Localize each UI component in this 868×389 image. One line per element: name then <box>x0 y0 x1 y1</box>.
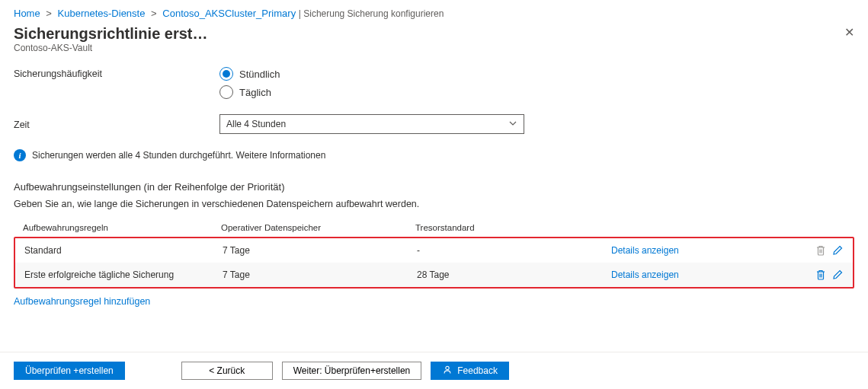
retention-rule-operational: 7 Tage <box>223 269 417 280</box>
page-title: Sicherungsrichtlinie erstellen <box>14 25 212 43</box>
retention-header-vault: Tresorstandard <box>415 223 610 232</box>
details-link[interactable]: Details anzeigen <box>611 245 679 256</box>
frequency-daily-label: Täglich <box>239 87 271 98</box>
page-subtitle: Contoso-AKS-Vault <box>0 43 868 67</box>
info-icon: i <box>14 149 26 161</box>
breadcrumb-home[interactable]: Home <box>14 8 40 19</box>
back-button[interactable]: < Zurück <box>181 362 273 380</box>
frequency-hourly-radio[interactable]: Stündlich <box>219 67 280 81</box>
retention-header-operational: Operativer Datenspeicher <box>221 223 415 232</box>
edit-icon[interactable] <box>831 244 844 257</box>
chevron-right-icon: > <box>46 8 52 19</box>
time-label: Zeit <box>14 118 219 130</box>
feedback-label: Feedback <box>457 365 498 376</box>
retention-rule-vault: - <box>417 245 611 256</box>
chevron-right-icon: > <box>151 8 157 19</box>
trash-icon[interactable] <box>815 244 827 257</box>
edit-icon[interactable] <box>831 269 844 281</box>
breadcrumb-cluster[interactable]: Contoso_AKSCluster_Primary <box>162 8 296 19</box>
time-select[interactable]: Alle 4 Stunden <box>219 114 524 134</box>
breadcrumb-k8s-services[interactable]: Kubernetes-Dienste <box>58 8 146 19</box>
breadcrumb: Home > Kubernetes-Dienste > Contoso_AKSC… <box>0 0 868 22</box>
add-retention-rule-link[interactable]: Aufbewahrungsregel hinzufügen <box>14 293 854 307</box>
chevron-down-icon <box>508 119 517 130</box>
footer: Überprüfen +erstellen < Zurück Weiter: Ü… <box>0 352 868 389</box>
frequency-hourly-label: Stündlich <box>239 69 280 80</box>
retention-rules-highlighted: Standard 7 Tage - Details anzeigen Erste… <box>14 237 854 289</box>
time-select-value: Alle 4 Stunden <box>226 119 286 129</box>
svg-point-4 <box>446 366 449 369</box>
retention-rule-vault: 28 Tage <box>417 269 611 280</box>
next-button[interactable]: Weiter: Überprüfen+erstellen <box>282 362 422 380</box>
radio-unselected-icon <box>219 85 233 99</box>
close-icon[interactable]: ✕ <box>844 25 854 40</box>
frequency-label: Sicherungshäufigkeit <box>14 67 219 79</box>
retention-section-desc: Geben Sie an, wie lange die Sicherungen … <box>14 199 854 209</box>
radio-selected-icon <box>219 67 233 81</box>
retention-rule-name: Erste erfolgreiche tägliche Sicherung <box>24 269 223 280</box>
retention-header-name: Aufbewahrungsregeln <box>23 223 221 232</box>
breadcrumb-tail: | Sicherung Sicherung konfigurieren <box>299 8 444 19</box>
details-link[interactable]: Details anzeigen <box>611 269 679 280</box>
person-icon <box>442 365 453 378</box>
review-create-button[interactable]: Überprüfen +erstellen <box>14 362 125 380</box>
trash-icon[interactable] <box>815 269 827 281</box>
table-row: Standard 7 Tage - Details anzeigen <box>15 238 853 263</box>
retention-rule-name: Standard <box>24 245 223 256</box>
frequency-daily-radio[interactable]: Täglich <box>219 85 280 99</box>
table-row: Erste erfolgreiche tägliche Sicherung 7 … <box>15 263 853 287</box>
feedback-button[interactable]: Feedback <box>431 362 509 380</box>
retention-rule-operational: 7 Tage <box>223 245 417 256</box>
retention-section-title: Aufbewahrungseinstellungen (in der Reihe… <box>14 181 854 193</box>
info-text: Sicherungen werden alle 4 Stunden durchg… <box>32 150 325 161</box>
